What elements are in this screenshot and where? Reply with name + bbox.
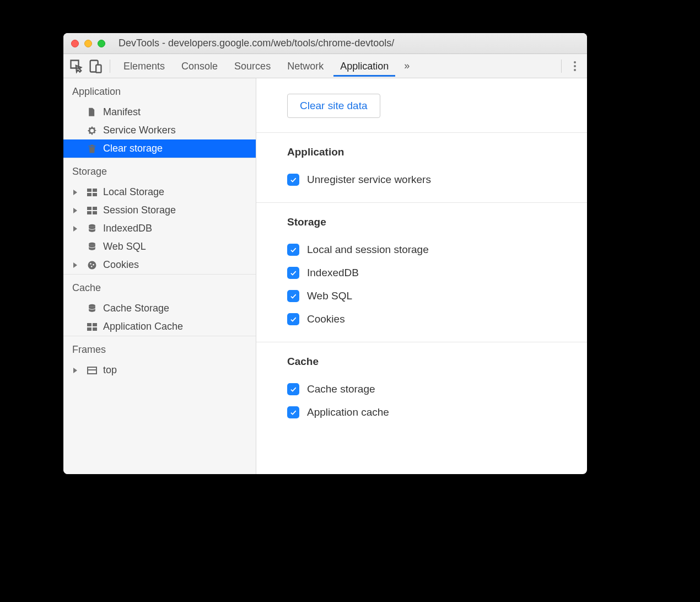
- checkbox[interactable]: [287, 313, 299, 325]
- tab-elements[interactable]: Elements: [117, 56, 171, 77]
- sidebar-item-label: Session Storage: [103, 205, 176, 216]
- devtools-tabbar: Elements Console Sources Network Applica…: [63, 54, 587, 78]
- section-heading: Cache: [287, 356, 587, 368]
- checkbox[interactable]: [287, 290, 299, 302]
- tabbar-separator-2: [561, 60, 562, 73]
- kebab-menu-icon[interactable]: [568, 61, 581, 71]
- tab-application[interactable]: Application: [333, 56, 395, 77]
- checkbox[interactable]: [287, 406, 299, 418]
- database-icon: [87, 241, 98, 252]
- sidebar-group-title: Frames: [63, 336, 256, 361]
- window-title: DevTools - developers.google.com/web/too…: [119, 37, 394, 49]
- checkbox-label: Cookies: [307, 313, 345, 325]
- sidebar-item-label: Service Workers: [103, 125, 176, 136]
- traffic-light-minimize[interactable]: [84, 40, 92, 47]
- checkbox-row: Cookies: [287, 308, 587, 331]
- inspect-icon[interactable]: [69, 58, 84, 74]
- device-toggle-icon[interactable]: [88, 58, 103, 74]
- sidebar-item-cookies[interactable]: Cookies: [63, 256, 256, 274]
- sidebar-item-cache-storage[interactable]: Cache Storage: [63, 299, 256, 318]
- checkbox-row: Application cache: [287, 401, 587, 424]
- main-section-storage: StorageLocal and session storageIndexedD…: [256, 202, 587, 342]
- database-icon: [87, 303, 98, 314]
- sidebar-item-label: Clear storage: [103, 143, 163, 154]
- section-heading: Application: [287, 146, 587, 158]
- checkbox[interactable]: [287, 383, 299, 395]
- main-section-cache: CacheCache storageApplication cache: [256, 342, 587, 435]
- sidebar-item-indexeddb[interactable]: IndexedDB: [63, 219, 256, 238]
- sidebar-item-label: Cache Storage: [103, 303, 169, 314]
- sidebar-item-web-sql[interactable]: Web SQL: [63, 238, 256, 256]
- expand-arrow-icon[interactable]: [73, 368, 77, 373]
- checkbox-label: Cache storage: [307, 383, 375, 395]
- trash-icon: [87, 143, 98, 154]
- sidebar: ApplicationManifestService WorkersClear …: [63, 78, 256, 474]
- sidebar-item-application-cache[interactable]: Application Cache: [63, 318, 256, 336]
- expand-arrow-icon[interactable]: [73, 226, 77, 232]
- checkbox-label: IndexedDB: [307, 267, 359, 279]
- sidebar-item-manifest[interactable]: Manifest: [63, 103, 256, 121]
- sidebar-item-clear-storage[interactable]: Clear storage: [63, 139, 256, 158]
- sidebar-item-local-storage[interactable]: Local Storage: [63, 183, 256, 201]
- checkbox-row: Unregister service workers: [287, 168, 587, 191]
- checkbox[interactable]: [287, 174, 299, 186]
- checkbox-row: IndexedDB: [287, 261, 587, 284]
- file-icon: [87, 107, 98, 118]
- grid-icon: [87, 321, 98, 332]
- main-section-application: ApplicationUnregister service workers: [256, 132, 587, 202]
- expand-arrow-icon[interactable]: [73, 190, 77, 195]
- sidebar-group-title: Cache: [63, 275, 256, 299]
- tabs-overflow-icon[interactable]: »: [399, 60, 415, 72]
- frame-icon: [87, 365, 98, 376]
- checkbox-row: Cache storage: [287, 378, 587, 401]
- gear-icon: [87, 125, 98, 136]
- expand-arrow-icon[interactable]: [73, 208, 77, 213]
- checkbox-row: Local and session storage: [287, 238, 587, 261]
- checkbox-label: Local and session storage: [307, 244, 429, 256]
- sidebar-item-label: Cookies: [103, 259, 139, 271]
- sidebar-item-session-storage[interactable]: Session Storage: [63, 201, 256, 219]
- svg-rect-1: [96, 64, 101, 72]
- checkbox[interactable]: [287, 244, 299, 256]
- tab-network[interactable]: Network: [281, 56, 330, 77]
- cookie-icon: [87, 260, 98, 271]
- grid-icon: [87, 187, 98, 198]
- sidebar-group-title: Application: [63, 78, 256, 103]
- main-panel: Clear site data ApplicationUnregister se…: [256, 78, 587, 474]
- tab-sources[interactable]: Sources: [228, 56, 277, 77]
- sidebar-item-label: top: [103, 364, 117, 376]
- checkbox-label: Application cache: [307, 406, 389, 418]
- section-heading: Storage: [287, 216, 587, 228]
- database-icon: [87, 223, 98, 234]
- checkbox-label: Unregister service workers: [307, 174, 431, 186]
- checkbox[interactable]: [287, 267, 299, 279]
- sidebar-item-label: Local Storage: [103, 186, 164, 198]
- sidebar-item-top[interactable]: top: [63, 361, 256, 379]
- sidebar-item-label: Web SQL: [103, 241, 146, 252]
- tab-console[interactable]: Console: [175, 56, 224, 77]
- checkbox-row: Web SQL: [287, 284, 587, 308]
- grid-icon: [87, 205, 98, 216]
- expand-arrow-icon[interactable]: [73, 262, 77, 268]
- traffic-light-close[interactable]: [71, 40, 79, 47]
- devtools-window: DevTools - developers.google.com/web/too…: [63, 33, 587, 474]
- traffic-light-zoom[interactable]: [98, 40, 105, 47]
- clear-site-data-button[interactable]: Clear site data: [287, 94, 380, 118]
- tabbar-separator: [110, 60, 110, 73]
- sidebar-item-service-workers[interactable]: Service Workers: [63, 121, 256, 139]
- checkbox-label: Web SQL: [307, 290, 352, 302]
- sidebar-item-label: Application Cache: [103, 321, 183, 332]
- sidebar-item-label: IndexedDB: [103, 223, 152, 234]
- sidebar-group-title: Storage: [63, 158, 256, 183]
- sidebar-item-label: Manifest: [103, 106, 141, 118]
- mac-titlebar: DevTools - developers.google.com/web/too…: [63, 33, 587, 54]
